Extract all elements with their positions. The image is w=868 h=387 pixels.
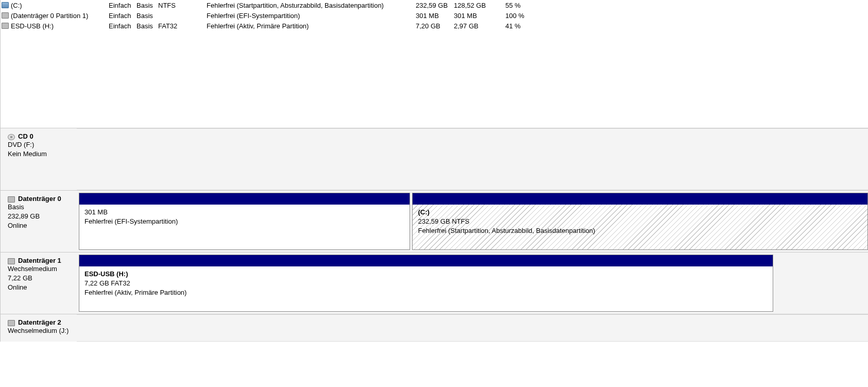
partition-box-c[interactable]: (C:) 232,59 GB NTFS Fehlerfrei (Startpar…: [412, 193, 868, 250]
disk-title: CD 0: [8, 132, 72, 140]
volume-row[interactable]: (C:) Einfach Basis NTFS Fehlerfrei (Star…: [1, 0, 868, 10]
volume-name: (C:): [11, 2, 109, 9]
partition-name: ESD-USB (H:): [84, 270, 768, 279]
volume-type: Basis: [137, 12, 158, 20]
disk-graphical-pane: CD 0 DVD (F:) Kein Medium Datenträger 0 …: [0, 128, 868, 342]
volume-free-pct: 55 %: [505, 2, 541, 9]
hdd-icon: [8, 196, 15, 203]
partition-status: Fehlerfrei (Startpartition, Absturzabbil…: [418, 226, 862, 235]
disk-row-disk2[interactable]: Datenträger 2 Wechselmedium (J:): [1, 314, 868, 342]
partition-icon: [2, 23, 9, 29]
volume-free-pct: 41 %: [505, 22, 541, 30]
partition-box-esdusb[interactable]: ESD-USB (H:) 7,22 GB FAT32 Fehlerfrei (A…: [79, 255, 773, 312]
disk-title: Datenträger 1: [8, 257, 72, 264]
volume-row[interactable]: ESD-USB (H:) Einfach Basis FAT32 Fehlerf…: [1, 21, 868, 31]
partition-body: (C:) 232,59 GB NTFS Fehlerfrei (Startpar…: [413, 205, 867, 249]
partition-icon: [2, 12, 9, 19]
volume-row[interactable]: (Datenträger 0 Partition 1) Einfach Basi…: [1, 10, 868, 21]
disk-title: Datenträger 2: [8, 318, 72, 326]
volume-name: (Datenträger 0 Partition 1): [11, 12, 109, 20]
hdd-icon: [8, 320, 15, 326]
partition-size-fs: 7,22 GB FAT32: [84, 279, 768, 288]
disk-partition-area: 301 MB Fehlerfrei (EFI-Systempartition) …: [77, 191, 868, 252]
disk-title: Datenträger 0: [8, 195, 72, 203]
partition-name: (C:): [418, 208, 862, 217]
volume-filesystem: NTFS: [158, 2, 207, 9]
disk-info-line: DVD (F:): [8, 140, 72, 149]
disk-info-line: 232,89 GB: [8, 212, 72, 221]
partition-status: Fehlerfrei (EFI-Systempartition): [84, 217, 404, 226]
volume-free: 2,97 GB: [454, 22, 505, 30]
volume-layout: Einfach: [109, 2, 137, 9]
volume-free-pct: 100 %: [505, 12, 541, 20]
volume-capacity: 232,59 GB: [416, 2, 454, 9]
hdd-icon: [8, 258, 15, 264]
disk-info-line: Wechselmedium: [8, 264, 72, 274]
drive-icon: [2, 2, 9, 8]
partition-header-bar: [79, 193, 410, 205]
disk-row-disk1[interactable]: Datenträger 1 Wechselmedium 7,22 GB Onli…: [1, 252, 868, 314]
volume-free: 301 MB: [454, 12, 505, 20]
volume-filesystem: FAT32: [158, 22, 207, 30]
volume-layout: Einfach: [109, 22, 137, 30]
volume-status: Fehlerfrei (EFI-Systempartition): [207, 12, 416, 20]
disk-info: Datenträger 2 Wechselmedium (J:): [1, 314, 77, 342]
list-empty-area: [0, 31, 868, 128]
partition-header-bar: [79, 255, 773, 266]
volume-capacity: 301 MB: [416, 12, 454, 20]
volume-list: (C:) Einfach Basis NTFS Fehlerfrei (Star…: [0, 0, 868, 31]
volume-layout: Einfach: [109, 12, 137, 20]
disk-info-line: Wechselmedium (J:): [8, 326, 72, 335]
volume-capacity: 7,20 GB: [416, 22, 454, 30]
disk-info: CD 0 DVD (F:) Kein Medium: [1, 128, 77, 190]
volume-type: Basis: [137, 2, 158, 9]
cd-icon: [8, 134, 15, 140]
disk-info: Datenträger 1 Wechselmedium 7,22 GB Onli…: [1, 253, 77, 314]
disk-info-line: Online: [8, 221, 72, 230]
disk-info-line: 7,22 GB: [8, 274, 72, 283]
disk-info-line: Kein Medium: [8, 149, 72, 159]
disk-info-line: Basis: [8, 203, 72, 212]
partition-body: 301 MB Fehlerfrei (EFI-Systempartition): [79, 205, 410, 249]
partition-size-fs: 301 MB: [84, 208, 404, 217]
disk-info: Datenträger 0 Basis 232,89 GB Online: [1, 191, 77, 252]
volume-status: Fehlerfrei (Startpartition, Absturzabbil…: [207, 2, 416, 9]
disk-partition-area: ESD-USB (H:) 7,22 GB FAT32 Fehlerfrei (A…: [77, 253, 868, 314]
disk-info-line: Online: [8, 283, 72, 292]
partition-header-bar: [413, 193, 867, 205]
disk-partition-area-empty[interactable]: [77, 128, 868, 190]
disk-row-cd0[interactable]: CD 0 DVD (F:) Kein Medium: [1, 128, 868, 190]
volume-free: 128,52 GB: [454, 2, 505, 9]
partition-body: ESD-USB (H:) 7,22 GB FAT32 Fehlerfrei (A…: [79, 266, 773, 311]
volume-status: Fehlerfrei (Aktiv, Primäre Partition): [207, 22, 416, 30]
partition-size-fs: 232,59 GB NTFS: [418, 217, 862, 226]
volume-name: ESD-USB (H:): [11, 22, 109, 30]
volume-type: Basis: [137, 22, 158, 30]
disk-partition-area-empty[interactable]: [77, 314, 868, 342]
disk-row-disk0[interactable]: Datenträger 0 Basis 232,89 GB Online 301…: [1, 190, 868, 252]
partition-status: Fehlerfrei (Aktiv, Primäre Partition): [84, 288, 768, 297]
partition-box-efi[interactable]: 301 MB Fehlerfrei (EFI-Systempartition): [79, 193, 410, 250]
